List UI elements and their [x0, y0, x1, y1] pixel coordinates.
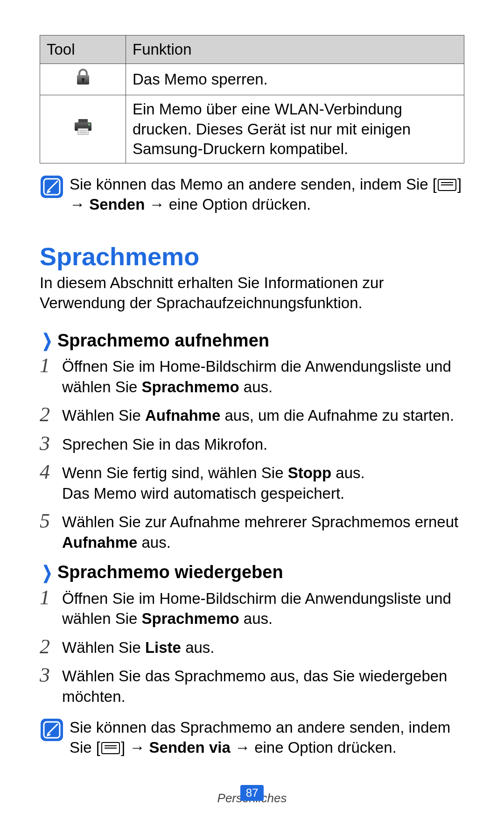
th-tool: Tool: [40, 35, 126, 64]
subheading-text: Sprachmemo wiedergeben: [57, 562, 283, 582]
bold-text: Sprachmemo: [142, 378, 239, 396]
step-body: Wenn Sie fertig sind, wählen Sie Stopp a…: [62, 461, 464, 503]
step-item: 3Sprechen Sie in das Mikrofon.: [40, 432, 464, 455]
svg-point-7: [88, 124, 90, 126]
step-body: Wählen Sie zur Aufnahme mehrerer Sprachm…: [62, 510, 464, 552]
note-block: Sie können das Sprachmemo an andere send…: [40, 718, 464, 758]
step-item: 1Öffnen Sie im Home-Bildschirm die Anwen…: [40, 587, 464, 629]
step-body: Wählen Sie Liste aus.: [62, 636, 464, 658]
note-icon: [40, 175, 70, 215]
subheading: ❯ Sprachmemo wiedergeben: [40, 562, 464, 583]
step-number: 5: [40, 510, 62, 552]
page: Tool Funktion: [0, 0, 504, 827]
bold-text: Senden via: [149, 739, 231, 756]
step-item: 3Wählen Sie das Sprachmemo aus, das Sie …: [40, 664, 464, 707]
menu-button-icon: [438, 179, 456, 191]
footer: Persönliches 87: [0, 791, 504, 806]
steps-list-1: 1Öffnen Sie im Home-Bildschirm die Anwen…: [40, 354, 464, 552]
page-number: 87: [240, 785, 264, 801]
text: Sie können das Memo an andere senden, in…: [70, 176, 437, 193]
step-item: 1Öffnen Sie im Home-Bildschirm die Anwen…: [40, 354, 464, 397]
table-row: Ein Memo über eine WLAN-Verbindung druck…: [40, 95, 464, 163]
bold-text: Senden: [89, 196, 145, 213]
chevron-icon: ❯: [42, 562, 52, 583]
svg-rect-4: [78, 119, 88, 123]
tool-cell: [40, 64, 126, 95]
step-extra: Das Memo wird automatisch gespeichert.: [62, 485, 344, 502]
bold-text: Sprachmemo: [142, 610, 239, 627]
step-body: Wählen Sie Aufnahme aus, um die Aufnahme…: [62, 403, 464, 426]
step-item: 2Wählen Sie Liste aus.: [40, 636, 464, 658]
step-number: 3: [40, 664, 62, 707]
note-text: Sie können das Sprachmemo an andere send…: [70, 718, 464, 758]
th-func: Funktion: [126, 35, 464, 64]
func-cell: Das Memo sperren.: [126, 64, 464, 95]
step-body: Öffnen Sie im Home-Bildschirm die Anwend…: [62, 587, 464, 629]
bold-text: Liste: [145, 639, 181, 656]
tool-cell: [40, 95, 126, 163]
step-item: 5Wählen Sie zur Aufnahme mehrerer Sprach…: [40, 510, 464, 552]
steps-list-2: 1Öffnen Sie im Home-Bildschirm die Anwen…: [40, 587, 464, 707]
text: → eine Option drücken.: [231, 739, 397, 756]
step-body: Wählen Sie das Sprachmemo aus, das Sie w…: [62, 664, 464, 707]
note-text: Sie können das Memo an andere senden, in…: [70, 175, 464, 215]
step-number: 1: [40, 354, 62, 397]
step-item: 2Wählen Sie Aufnahme aus, um die Aufnahm…: [40, 403, 464, 426]
text: → eine Option drücken.: [145, 196, 311, 213]
step-number: 2: [40, 636, 62, 658]
step-number: 3: [40, 432, 62, 455]
intro-text: In diesem Abschnitt erhalten Sie Informa…: [40, 273, 464, 313]
bold-text: Stopp: [288, 464, 331, 481]
subheading-text: Sprachmemo aufnehmen: [57, 331, 269, 351]
step-number: 2: [40, 403, 62, 426]
step-item: 4Wenn Sie fertig sind, wählen Sie Stopp …: [40, 461, 464, 503]
printer-icon: [73, 118, 93, 141]
step-number: 4: [40, 461, 62, 503]
chevron-icon: ❯: [42, 330, 52, 351]
tool-table: Tool Funktion: [40, 35, 464, 163]
table-row: Das Memo sperren.: [40, 64, 464, 95]
bold-text: Aufnahme: [62, 534, 137, 551]
step-body: Öffnen Sie im Home-Bildschirm die Anwend…: [62, 354, 464, 397]
step-number: 1: [40, 587, 62, 629]
svg-rect-8: [78, 128, 88, 134]
subheading: ❯ Sprachmemo aufnehmen: [40, 330, 464, 351]
step-body: Sprechen Sie in das Mikrofon.: [62, 432, 464, 455]
bold-text: Aufnahme: [145, 407, 220, 424]
note-block: Sie können das Memo an andere senden, in…: [40, 175, 464, 215]
menu-button-icon: [101, 742, 120, 754]
note-icon: [40, 718, 70, 758]
lock-icon: [75, 68, 91, 91]
func-cell: Ein Memo über eine WLAN-Verbindung druck…: [126, 95, 464, 163]
svg-rect-3: [82, 80, 84, 83]
table-header-row: Tool Funktion: [40, 35, 464, 64]
text: ] →: [121, 739, 149, 756]
heading-sprachmemo: Sprachmemo: [40, 243, 464, 270]
